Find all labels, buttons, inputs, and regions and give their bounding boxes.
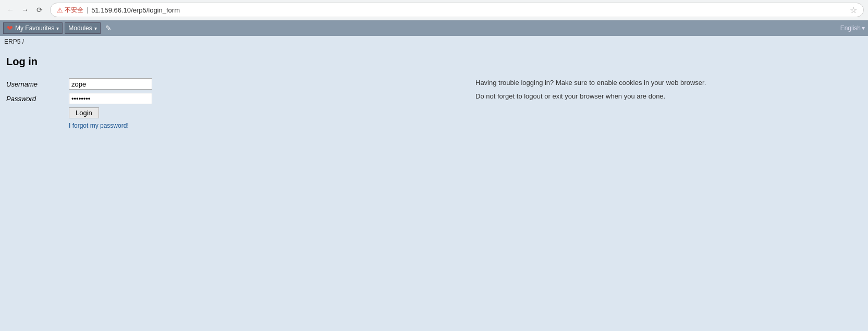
username-label: Username <box>6 80 69 88</box>
address-separator: | <box>87 6 88 14</box>
nav-buttons: ← → ⟳ <box>4 4 46 16</box>
modules-chevron-icon: ▾ <box>94 26 97 31</box>
help-line-2: Do not forget to logout or exit your bro… <box>475 92 706 101</box>
form-section: Username Password Login I forgot my pass… <box>6 78 215 129</box>
security-text: 不安全 <box>65 6 83 15</box>
forgot-password-row: I forgot my password! <box>6 121 215 129</box>
forgot-password-link[interactable]: I forgot my password! <box>69 122 129 129</box>
modules-label: Modules <box>68 24 92 32</box>
browser-toolbar: ← → ⟳ ⚠ 不安全 | 51.159.66.10/erp5/login_fo… <box>0 0 868 20</box>
login-button[interactable]: Login <box>69 107 99 118</box>
password-input[interactable] <box>69 93 152 104</box>
page-title: Log in <box>6 56 862 68</box>
security-warning: ⚠ 不安全 <box>57 6 83 15</box>
password-label: Password <box>6 95 69 103</box>
address-text: 51.159.66.10/erp5/login_form <box>91 6 847 14</box>
login-button-row: Login <box>6 107 215 121</box>
main-content: Log in Username Password Login I forgot … <box>0 47 868 138</box>
login-form-area: Username Password Login I forgot my pass… <box>6 78 862 129</box>
my-favourites-dropdown[interactable]: ❤ My Favourites ▾ <box>3 22 63 34</box>
modules-dropdown[interactable]: Modules ▾ <box>65 22 100 34</box>
heart-icon: ❤ <box>7 24 13 32</box>
username-row: Username <box>6 78 215 90</box>
info-section: Having trouble logging in? Make sure to … <box>475 78 706 129</box>
language-selector[interactable]: English ▾ <box>840 24 865 32</box>
reload-button[interactable]: ⟳ <box>33 4 46 16</box>
favourites-chevron-icon: ▾ <box>56 26 59 31</box>
app-toolbar: ❤ My Favourites ▾ Modules ▾ ✎ English ▾ <box>0 20 868 36</box>
address-bar[interactable]: ⚠ 不安全 | 51.159.66.10/erp5/login_form ☆ <box>50 3 864 17</box>
username-input[interactable] <box>69 78 152 90</box>
back-button[interactable]: ← <box>4 4 17 16</box>
my-favourites-label: My Favourites <box>15 24 54 32</box>
edit-icon-button[interactable]: ✎ <box>103 22 114 34</box>
app-toolbar-left: ❤ My Favourites ▾ Modules ▾ ✎ <box>3 22 114 34</box>
breadcrumb-text: ERP5 / <box>4 38 24 45</box>
breadcrumb: ERP5 / <box>0 36 868 47</box>
help-line-1: Having trouble logging in? Make sure to … <box>475 78 706 88</box>
bookmark-icon[interactable]: ☆ <box>850 5 857 15</box>
password-row: Password <box>6 93 215 104</box>
warning-icon: ⚠ <box>57 6 63 14</box>
browser-chrome: ← → ⟳ ⚠ 不安全 | 51.159.66.10/erp5/login_fo… <box>0 0 868 20</box>
language-chevron-icon: ▾ <box>862 24 865 32</box>
forward-button[interactable]: → <box>19 4 31 16</box>
edit-icon: ✎ <box>105 24 112 32</box>
language-label: English <box>840 24 861 32</box>
